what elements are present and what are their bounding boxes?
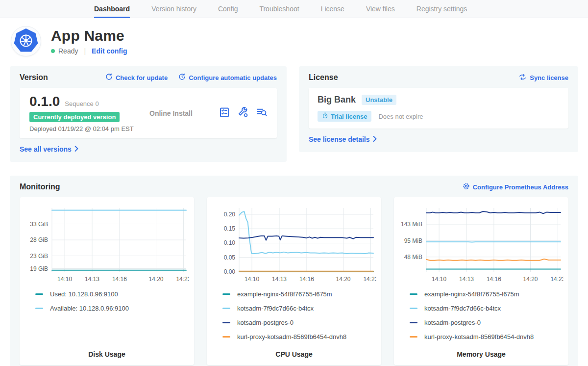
disk-usage-legend: Used: 10.128.0.96:9100Available: 10.128.… [35,290,189,319]
tab-view-files[interactable]: View files [366,0,395,18]
tab-license[interactable]: License [321,0,344,18]
svg-text:143 MiB: 143 MiB [401,221,422,228]
status-badge: Ready [58,47,78,55]
chart-title: CPU Usage [212,350,376,358]
svg-text:0.10: 0.10 [224,239,236,246]
refresh-icon [105,73,113,82]
svg-text:0.00: 0.00 [224,268,236,275]
page-title: App Name [51,27,127,44]
legend-label: kurl-proxy-kotsadm-8569fb6454-dnvh8 [424,333,534,340]
svg-text:14:20: 14:20 [148,276,163,283]
legend-swatch [222,293,230,295]
legend-swatch [222,308,230,309]
legend-label: Available: 10.128.0.96:9100 [50,305,129,312]
legend-item: example-nginx-54f8f76755-l675m [222,290,376,298]
see-license-details-link[interactable]: See license details [309,135,377,143]
legend-swatch [410,308,417,309]
legend-label: kotsadm-postgres-0 [424,319,481,326]
memory-usage-card: 14:1014:1314:1614:2014:23143 MiB95 MiB48… [394,197,568,365]
svg-text:14:10: 14:10 [245,276,259,283]
license-section-title: License [309,73,338,82]
svg-text:0.20: 0.20 [224,211,236,218]
version-section-title: Version [20,73,48,82]
monitoring-panel: Monitoring Configure Prometheus Address … [10,176,578,366]
monitoring-section-title: Monitoring [20,183,60,191]
svg-text:14:13: 14:13 [272,276,287,283]
tab-troubleshoot[interactable]: Troubleshoot [259,0,299,18]
tab-dashboard[interactable]: Dashboard [94,0,130,18]
preflight-checks-button[interactable] [219,107,230,120]
scheduled-update-icon [178,73,186,82]
svg-text:14:13: 14:13 [85,276,99,283]
check-for-update-link[interactable]: Check for update [105,73,168,82]
sequence-label: Sequence 0 [65,100,98,107]
legend-swatch [35,308,43,309]
legend-swatch [222,322,230,323]
legend-label: kotsadm-7f9dc7d66c-b4tcx [424,305,501,312]
svg-text:14:10: 14:10 [432,276,446,283]
memory-usage-legend: example-nginx-54f8f76755-l675mkotsadm-7f… [410,290,564,347]
svg-text:14:23: 14:23 [176,276,189,283]
current-version-card: 0.1.0 Sequence 0 Currently deployed vers… [20,88,277,138]
configure-prometheus-link[interactable]: Configure Prometheus Address [463,183,568,191]
version-number: 0.1.0 [29,94,60,109]
see-all-versions-link[interactable]: See all versions [20,145,78,153]
license-card: Big Bank Unstable Trial l [309,88,568,129]
legend-swatch [35,293,43,295]
legend-item: kotsadm-7f9dc7d66c-b4tcx [222,305,376,312]
edit-config-link[interactable]: Edit config [92,47,127,55]
tab-registry-settings[interactable]: Registry settings [416,0,467,18]
svg-text:14:16: 14:16 [299,276,314,283]
svg-text:14:23: 14:23 [550,276,564,283]
legend-item: kotsadm-7f9dc7d66c-b4tcx [410,305,564,312]
legend-item: kotsadm-postgres-0 [410,319,564,326]
sync-license-link[interactable]: Sync license [518,74,568,82]
svg-text:19 GiB: 19 GiB [30,265,48,272]
legend-label: example-nginx-54f8f76755-l675m [424,290,519,298]
cpu-usage-legend: example-nginx-54f8f76755-l675mkotsadm-7f… [222,290,376,347]
svg-text:14:13: 14:13 [459,276,474,283]
legend-label: Used: 10.128.0.96:9100 [50,290,118,298]
license-panel: License Sync license Big Bank [299,66,578,152]
channel-badge: Unstable [362,95,396,105]
tab-version-history[interactable]: Version history [151,0,196,18]
disk-usage-card: 14:1014:1314:1614:2014:2333 GiB28 GiB23 … [20,197,194,365]
legend-swatch [410,322,417,323]
svg-text:28 GiB: 28 GiB [30,236,48,243]
stopwatch-icon [322,112,328,120]
svg-text:14:20: 14:20 [523,276,538,283]
disk-usage-chart: 14:1014:1314:1614:2014:2333 GiB28 GiB23 … [24,203,189,288]
legend-label: kotsadm-7f9dc7d66c-b4tcx [237,305,314,312]
svg-text:95 MiB: 95 MiB [404,237,422,244]
svg-text:33 GiB: 33 GiB [30,221,48,228]
app-header: App Name Ready | Edit config [0,18,588,64]
svg-text:14:10: 14:10 [57,276,72,283]
deployed-badge: Currently deployed version [29,112,120,122]
legend-item: Used: 10.128.0.96:9100 [35,290,189,298]
gear-icon [463,183,470,191]
configure-automatic-updates-link[interactable]: Configure automatic updates [178,73,277,82]
chart-title: Memory Usage [399,350,564,358]
kubernetes-icon [13,27,39,55]
cpu-usage-chart: 14:1014:1314:1614:2014:230.200.150.100.0… [212,203,376,288]
legend-item: example-nginx-54f8f76755-l675m [410,290,564,298]
app-logo [11,26,41,56]
tab-config[interactable]: Config [218,0,238,18]
divider: | [84,47,86,55]
legend-label: kotsadm-postgres-0 [237,319,294,326]
svg-text:14:16: 14:16 [112,276,127,283]
customer-name: Big Bank [318,95,356,105]
chevron-right-icon [74,145,78,153]
svg-text:0.05: 0.05 [224,254,236,261]
config-wrench-icon-button[interactable] [238,107,248,120]
license-type-badge: Trial license [318,111,371,122]
svg-text:14:23: 14:23 [363,276,376,283]
legend-label: example-nginx-54f8f76755-l675m [237,290,332,298]
legend-swatch [222,336,230,338]
main-content: Version Check for update [0,64,588,366]
chevron-right-icon [373,135,377,143]
version-panel: Version Check for update [10,66,287,162]
sync-arrows-icon [518,74,527,82]
deploy-logs-button[interactable] [256,107,267,120]
legend-item: kurl-proxy-kotsadm-8569fb6454-dnvh8 [222,333,376,340]
